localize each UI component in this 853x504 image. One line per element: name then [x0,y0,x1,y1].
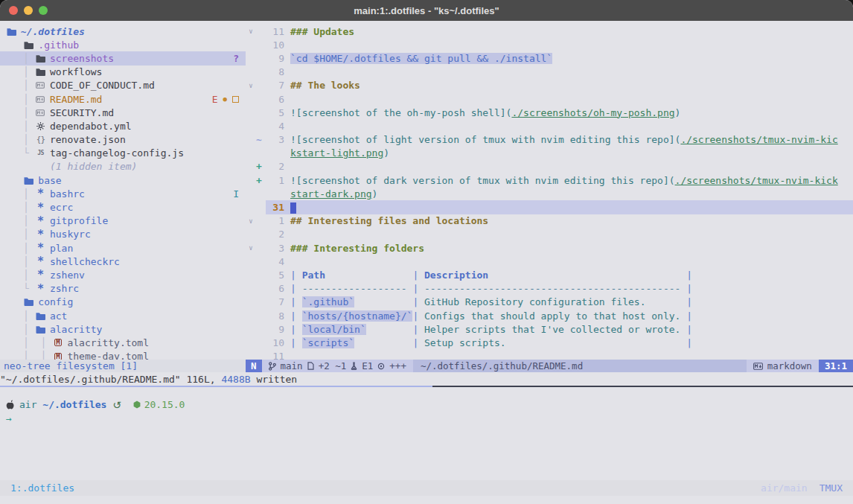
editor-line[interactable]: 4 [246,119,853,133]
folder-icon [23,298,34,306]
editor-line[interactable]: 10| `scripts` | Setup scripts. | [246,336,853,349]
line-number: 10 [266,39,284,51]
shell-file-icon: * [35,204,46,211]
tree-guide: │ [0,310,35,322]
tree-item-ecrc[interactable]: │ *ecrc [0,200,246,214]
terminal-window: main:1:.dotfiles - "ks~/.dotfiles" ~/.do… [0,0,853,504]
tree-item-alacritty[interactable]: │ alacritty [0,322,246,336]
editor-line[interactable]: 11 [246,350,853,360]
neo-tree-panel[interactable]: ~/.dotfiles .github │ screenshots? │ wor… [0,21,246,360]
target-icon [377,363,385,370]
tree-item-theme-day-toml[interactable]: │ │ Mtheme-day.toml [0,350,246,360]
tree-item-renovate-json[interactable]: │ {}renovate.json [0,133,246,147]
tree-item--dotfiles[interactable]: ~/.dotfiles [0,25,246,38]
tree-guide: │ [0,107,35,118]
tmux-window-name[interactable]: 1:.dotfiles [10,482,74,494]
folder-icon [35,312,46,320]
sign-column: + [256,161,266,172]
tree-guide: │ │ [0,351,52,360]
editor-line[interactable]: 6 [246,92,853,106]
editor-line[interactable]: 7| `.github` | GitHub Repository configu… [246,296,853,309]
write-message-tail: written [251,374,298,385]
tree-item-zshenv[interactable]: │ *zshenv [0,268,246,281]
editor-line[interactable]: 6| ------------------ | ----------------… [246,282,853,296]
editor-line[interactable]: 2 [246,228,853,241]
tree-item--1-hidden-item-[interactable]: (1 hidden item) [0,160,246,173]
editor-line[interactable]: 10 [246,38,853,51]
editor-line[interactable]: kstart-light.png) [246,147,853,160]
editor-line[interactable]: ∨7## The looks [246,79,853,92]
tree-item-zshrc[interactable]: └ *zshrc [0,282,246,296]
folder-icon [23,176,34,185]
tree-item-badges: E● [212,94,239,105]
editor-line[interactable]: +1![screenshot of dark version of tmux w… [246,173,853,187]
fold-column[interactable]: ∨ [246,217,256,225]
fold-column[interactable]: ∨ [246,82,256,89]
line-number: 7 [266,296,284,307]
tree-guide: │ [0,202,35,213]
tree-item-label: ecrc [50,202,73,213]
tree-item-tag-changelog-config-js[interactable]: └ JStag-changelog-config.js [0,147,246,160]
editor-line[interactable]: ∨3### Interesting folders [246,241,853,255]
tree-item-dependabot-yml[interactable]: │ dependabot.yml [0,119,246,133]
tree-item-bashrc[interactable]: │ *bashrcI [0,187,246,200]
tree-guide: │ [0,243,35,254]
close-button[interactable] [9,6,18,15]
editor-line[interactable]: 31 [246,200,853,214]
tree-item-label: ~/.dotfiles [21,26,85,37]
tree-item-config[interactable]: config [0,296,246,309]
tree-item-readme-md[interactable]: │ README.mdE● [0,92,246,106]
minimize-button[interactable] [24,6,33,15]
editor-line[interactable]: 8 [246,66,853,79]
tree-badge: E [212,94,218,105]
tree-item-label: (1 hidden item) [50,161,137,172]
tree-item-label: .github [38,39,79,51]
line-number: 9 [266,53,284,64]
tree-item-huskyrc[interactable]: │ *huskyrc [0,228,246,241]
editor-line[interactable]: 9| `local/bin` | Helper scripts that I'v… [246,322,853,336]
editor-line[interactable]: start-dark.png) [246,187,853,200]
tree-item-gitprofile[interactable]: │ *gitprofile [0,214,246,228]
folder-icon [35,325,46,334]
editor-line[interactable]: ∨1## Interesting files and locations [246,214,853,228]
tree-item-workflows[interactable]: │ workflows [0,66,246,79]
editor-line[interactable]: 9`cd $HOME/.dotfiles && git pull && ./in… [246,51,853,65]
editor-line[interactable]: +2 [246,160,853,173]
prompt-input-line[interactable]: → [0,412,853,426]
tree-guide: │ [0,324,35,335]
zoom-button[interactable] [39,6,48,15]
tree-item-base[interactable]: base [0,173,246,187]
editor-line[interactable]: ∨11### Updates [246,25,853,38]
line-number: 3 [266,134,284,145]
line-number: 31 [266,202,284,213]
line-number: 2 [266,161,284,172]
line-text: | ------------------ | -----------------… [290,283,853,294]
tree-item-code-of-conduct-md[interactable]: │ CODE_OF_CONDUCT.md [0,79,246,92]
line-text: | `scripts` | Setup scripts. | [290,337,853,348]
fold-column[interactable]: ∨ [246,244,256,252]
shell-file-icon: * [35,285,46,293]
tree-item-label: alacritty [50,324,102,335]
editor-line[interactable]: 8| `hosts/{hostname}/`| Configs that sho… [246,309,853,322]
editor-line[interactable]: 5![screenshot of the oh-my-posh shell](.… [246,106,853,119]
tree-item--github[interactable]: .github [0,38,246,51]
editor-pane[interactable]: ∨11### Updates109`cd $HOME/.dotfiles && … [246,21,853,360]
git-branch-name: main [281,360,303,371]
tree-item-plan[interactable]: │ *plan [0,241,246,255]
editor-line[interactable]: 5| Path | Description | [246,268,853,281]
tree-item-shellcheckrc[interactable]: │ *shellcheckrc [0,255,246,268]
editor-line[interactable]: ~3![screenshot of light version of tmux … [246,133,853,147]
tree-item-alacritty-toml[interactable]: │ │ Malacritty.toml [0,336,246,349]
file-diff-icon [307,362,314,370]
titlebar[interactable]: main:1:.dotfiles - "ks~/.dotfiles" [0,0,853,21]
line-number: 11 [266,26,284,37]
fold-column[interactable]: ∨ [246,28,256,35]
line-number: 3 [266,243,284,254]
tree-item-act[interactable]: │ act [0,309,246,322]
tree-guide: │ [0,215,35,226]
tmux-right-status: air/main TMUX [761,482,843,494]
tree-guide: │ [0,94,35,105]
tree-item-security-md[interactable]: │ SECURITY.md [0,106,246,119]
tree-item-screenshots[interactable]: │ screenshots? [0,51,246,65]
editor-line[interactable]: 4 [246,255,853,268]
